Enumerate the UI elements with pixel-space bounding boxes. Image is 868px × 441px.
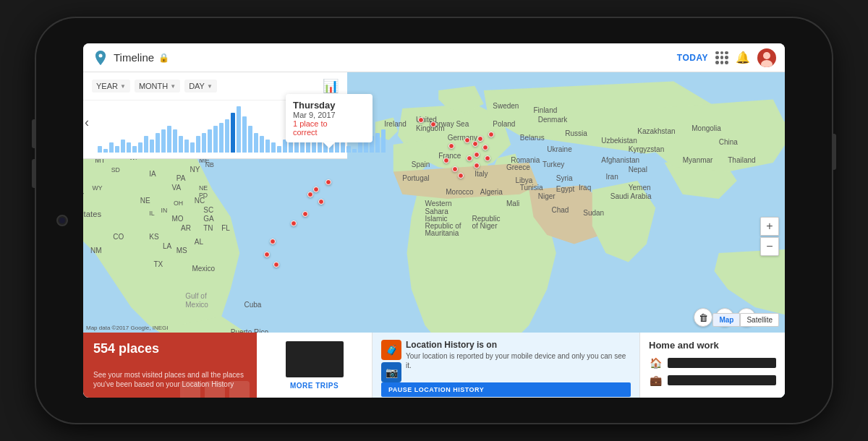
timeline-bar[interactable] <box>196 136 200 153</box>
timeline-bar[interactable] <box>179 136 183 153</box>
panel-places[interactable]: 554 places See your most visited places … <box>83 333 257 398</box>
timeline-bar[interactable] <box>271 142 276 153</box>
timeline-bar[interactable] <box>237 106 241 153</box>
timeline-bar[interactable] <box>138 142 142 153</box>
map-type-map-button[interactable]: Map <box>712 313 740 327</box>
nav-left-arrow[interactable]: ‹ <box>85 115 89 130</box>
map-type-satellite-button[interactable]: Satellite <box>740 313 779 327</box>
timeline-bar[interactable] <box>358 142 362 153</box>
timeline-bar[interactable] <box>144 136 148 153</box>
month-dropdown[interactable]: MONTH ▼ <box>135 80 180 93</box>
location-dot-4 <box>472 141 478 147</box>
svg-text:OH: OH <box>174 200 183 207</box>
svg-text:MO: MO <box>172 215 184 223</box>
timeline-bar[interactable] <box>208 129 212 153</box>
timeline-bar[interactable] <box>115 146 119 153</box>
bar-chart-icon[interactable]: 📊 <box>323 78 339 94</box>
timeline-bar[interactable] <box>132 146 137 153</box>
timeline-bar[interactable] <box>225 119 229 153</box>
timeline-tooltip: Thursday Mar 9, 2017 1 place to correct <box>286 94 373 142</box>
svg-text:Germany: Germany <box>448 134 477 142</box>
bottom-panels: 554 places See your most visited places … <box>83 333 785 398</box>
timeline-bar[interactable] <box>260 136 264 153</box>
svg-text:Italy: Italy <box>475 170 488 178</box>
home-location-bar[interactable] <box>668 358 776 368</box>
timeline-bar[interactable] <box>231 113 235 153</box>
location-dot-8 <box>474 152 480 158</box>
svg-text:Sweden: Sweden <box>493 102 519 110</box>
svg-text:Greece: Greece <box>506 163 530 171</box>
zoom-in-button[interactable]: + <box>760 217 779 236</box>
timeline-bar[interactable] <box>265 140 270 153</box>
svg-text:Yemen: Yemen <box>629 184 651 192</box>
work-icon: 💼 <box>649 374 662 387</box>
svg-text:NE: NE <box>140 197 150 205</box>
map-attribution: Map data ©2017 Google, INEGI <box>86 325 169 331</box>
timeline-bar[interactable] <box>375 133 380 153</box>
svg-text:Mexico: Mexico <box>192 265 215 273</box>
timeline-bar[interactable] <box>121 140 125 153</box>
svg-text:AL: AL <box>195 238 204 246</box>
timeline-bar[interactable] <box>184 140 189 153</box>
map-zoom-controls: + − <box>760 217 779 256</box>
svg-text:Egypt: Egypt <box>556 185 575 193</box>
svg-text:Algeria: Algeria <box>480 188 503 196</box>
timeline-bar[interactable] <box>346 146 351 153</box>
svg-text:Iraq: Iraq <box>579 184 591 192</box>
svg-text:NY: NY <box>190 166 200 174</box>
trips-thumbnail <box>286 341 344 377</box>
svg-text:IL: IL <box>149 210 154 217</box>
timeline-bar[interactable] <box>352 149 357 153</box>
notifications-bell-icon[interactable]: 🔔 <box>736 51 750 64</box>
delete-icon[interactable]: 🗑 <box>694 308 712 327</box>
year-dropdown[interactable]: YEAR ▼ <box>92 80 130 93</box>
user-avatar[interactable] <box>757 48 776 67</box>
location-dot-23 <box>458 173 464 179</box>
timeline-bar[interactable] <box>150 140 154 153</box>
day-dropdown[interactable]: DAY ▼ <box>184 80 217 93</box>
timeline-bar[interactable] <box>156 133 160 153</box>
timeline-bar[interactable] <box>381 129 386 153</box>
suitcase-icon: 🧳 <box>381 340 401 360</box>
timeline-bar[interactable] <box>277 146 281 153</box>
svg-point-2 <box>761 60 773 67</box>
zoom-out-button[interactable]: − <box>760 237 779 256</box>
camera-icon: 📷 <box>381 362 401 382</box>
location-dot-20 <box>313 187 319 192</box>
timeline-bar[interactable] <box>213 126 218 153</box>
apps-grid-icon[interactable] <box>715 51 728 64</box>
timeline-bar[interactable] <box>167 126 171 153</box>
today-button[interactable]: TODAY <box>677 53 708 63</box>
svg-text:Western: Western <box>425 200 452 207</box>
work-location-bar[interactable] <box>668 375 776 385</box>
location-dot-5 <box>477 136 483 142</box>
timeline-bar[interactable] <box>103 149 108 153</box>
main-area: United States Mexico Cuba North Atlantic… <box>83 72 785 398</box>
power-button[interactable] <box>833 134 836 170</box>
svg-text:Chad: Chad <box>552 206 569 214</box>
timeline-bar[interactable] <box>127 142 131 153</box>
svg-text:Belarus: Belarus <box>520 134 545 142</box>
pause-location-history-button[interactable]: PAUSE LOCATION HISTORY <box>381 382 631 397</box>
timeline-bar[interactable] <box>173 129 177 153</box>
timeline-bar[interactable] <box>109 142 114 153</box>
timeline-bar[interactable] <box>190 142 195 153</box>
location-dot-3 <box>464 137 470 143</box>
svg-text:TX: TX <box>154 260 163 268</box>
volume-down-button[interactable] <box>32 159 35 188</box>
svg-text:LA: LA <box>163 242 172 250</box>
timeline-bar[interactable] <box>161 129 166 153</box>
timeline-bar[interactable] <box>98 146 102 153</box>
timeline-bar[interactable] <box>202 133 206 153</box>
more-trips-label[interactable]: MORE TRIPS <box>290 382 339 390</box>
svg-text:CO: CO <box>113 233 124 241</box>
timeline-bar[interactable] <box>341 142 345 153</box>
panel-trips[interactable]: MORE TRIPS <box>257 333 373 398</box>
svg-text:Afghanistan: Afghanistan <box>601 156 639 164</box>
timeline-bar[interactable] <box>254 133 258 153</box>
timeline-bar[interactable] <box>242 116 247 153</box>
svg-text:Denmark: Denmark <box>538 116 569 124</box>
volume-up-button[interactable] <box>32 119 35 148</box>
timeline-bar[interactable] <box>248 126 252 153</box>
timeline-bar[interactable] <box>219 123 224 153</box>
